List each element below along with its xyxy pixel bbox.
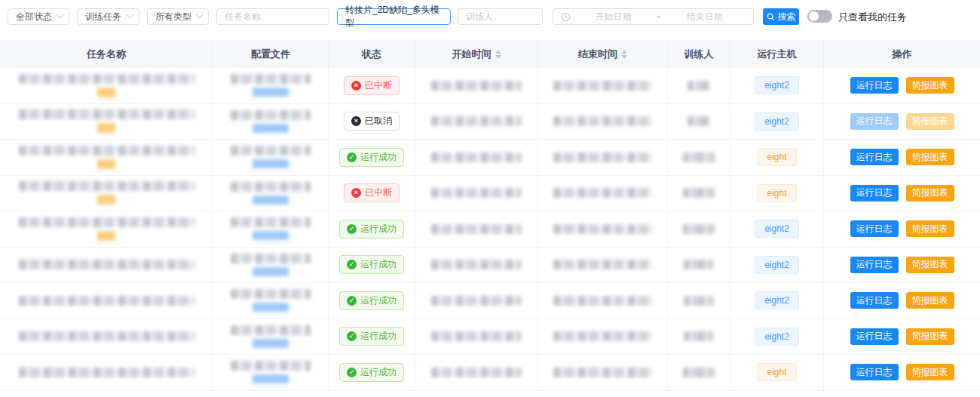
status-cell: × 已取消 (329, 104, 415, 140)
actions-cell: 运行日志 简报图表 (824, 211, 980, 247)
run-log-button[interactable]: 运行日志 (850, 77, 899, 94)
column-header-task-name: 任务名称 (0, 40, 213, 68)
sort-icon[interactable] (621, 50, 627, 59)
host-cell: eight2 (730, 248, 824, 283)
status-label: 运行成功 (360, 151, 397, 164)
config-file-cell (213, 248, 329, 283)
report-chart-button[interactable]: 简报图表 (906, 77, 954, 94)
run-log-button[interactable]: 运行日志 (850, 257, 899, 273)
chevron-down-icon (57, 11, 64, 18)
config-file-redacted (231, 325, 311, 335)
config-link-redacted[interactable] (253, 124, 289, 133)
run-log-button[interactable]: 运行日志 (850, 149, 899, 165)
column-header-host: 运行主机 (730, 40, 824, 68)
trainer-redacted (688, 116, 710, 126)
config-link-redacted[interactable] (253, 231, 289, 240)
config-link-redacted[interactable] (253, 195, 289, 205)
report-chart-button[interactable]: 简报图表 (906, 113, 954, 130)
run-log-button[interactable]: 运行日志 (850, 113, 899, 130)
search-button-label: 搜索 (778, 11, 796, 23)
column-header-start-time[interactable]: 开始时间 (415, 40, 538, 68)
table-row: ✓ 运行成功 eight2 运行日志 简报图表 (0, 319, 980, 355)
search-keyword-input[interactable]: 转接片_2D缺陷_多头模型 (337, 8, 451, 25)
task-name-redacted (19, 331, 194, 341)
status-cell: ✓ 运行成功 (329, 319, 415, 355)
search-button[interactable]: 搜索 (763, 8, 799, 25)
actions-cell: 运行日志 简报图表 (824, 104, 980, 140)
task-name-cell[interactable] (0, 140, 213, 175)
host-tag: eight (757, 363, 796, 381)
host-tag: eight (757, 148, 796, 166)
task-name-redacted (19, 368, 194, 377)
config-link-redacted[interactable] (253, 339, 289, 348)
status-badge: ✓ 运行成功 (339, 327, 404, 346)
report-chart-button[interactable]: 简报图表 (906, 149, 954, 165)
status-cell: ✓ 运行成功 (329, 140, 415, 175)
end-time-redacted (553, 296, 653, 306)
report-chart-button[interactable]: 简报图表 (906, 364, 954, 380)
trainer-input[interactable]: 训练人 (458, 8, 543, 25)
date-range-picker[interactable]: 开始日期 - 结束日期 (553, 8, 754, 25)
report-chart-button[interactable]: 简报图表 (906, 220, 954, 237)
task-name-cell[interactable] (0, 283, 213, 319)
actions-cell: 运行日志 简报图表 (824, 319, 980, 355)
end-time-redacted (553, 260, 653, 269)
partial-next-row (0, 391, 980, 397)
config-link-redacted[interactable] (253, 159, 289, 168)
actions-cell: 运行日志 简报图表 (824, 248, 980, 283)
run-log-button[interactable]: 运行日志 (850, 364, 899, 380)
host-cell: eight2 (730, 319, 824, 355)
status-filter-value: 全部状态 (16, 11, 52, 23)
task-name-cell[interactable] (0, 176, 213, 211)
config-file-redacted (231, 74, 311, 84)
end-time-cell (538, 211, 668, 247)
table-header: 任务名称 配置文件 状态 开始时间 结束时间 训练人 运行主机 操作 (0, 40, 980, 68)
host-tag: eight2 (755, 291, 799, 309)
category-select[interactable]: 所有类型 (147, 8, 209, 25)
report-chart-button[interactable]: 简报图表 (906, 257, 954, 273)
category-value: 所有类型 (155, 11, 191, 23)
task-name-redacted (19, 217, 194, 227)
config-link-redacted[interactable] (253, 267, 289, 276)
start-time-cell (415, 104, 538, 140)
trainer-cell (668, 355, 730, 390)
status-cell: ✓ 运行成功 (329, 248, 415, 283)
task-name-cell[interactable] (0, 104, 213, 140)
task-name-cell[interactable] (0, 68, 213, 103)
run-log-button[interactable]: 运行日志 (850, 185, 899, 202)
status-badge: × 已中断 (344, 183, 400, 202)
start-time-cell (415, 211, 538, 247)
status-icon: ✓ (347, 296, 357, 306)
my-tasks-toggle[interactable] (807, 10, 832, 23)
task-name-cell[interactable] (0, 248, 213, 283)
end-time-cell (538, 319, 668, 355)
run-log-button[interactable]: 运行日志 (850, 328, 899, 345)
column-header-end-time[interactable]: 结束时间 (538, 40, 668, 68)
run-log-button[interactable]: 运行日志 (850, 220, 899, 237)
chevron-down-icon (127, 11, 134, 18)
task-name-cell[interactable] (0, 355, 213, 390)
trainer-redacted (688, 81, 710, 91)
config-link-redacted[interactable] (253, 88, 289, 97)
start-time-cell (415, 140, 538, 175)
config-file-redacted (231, 254, 311, 263)
trainer-cell (668, 211, 730, 247)
task-name-input[interactable]: 任务名称 (216, 8, 329, 25)
column-header-actions: 操作 (824, 40, 980, 68)
status-cell: ✓ 运行成功 (329, 355, 415, 390)
end-time-cell (538, 104, 668, 140)
status-filter-select[interactable]: 全部状态 (8, 8, 69, 25)
start-time-cell (415, 248, 538, 283)
config-link-redacted[interactable] (253, 303, 289, 312)
run-log-button[interactable]: 运行日志 (850, 292, 899, 309)
task-name-cell[interactable] (0, 319, 213, 355)
config-file-cell (213, 319, 329, 355)
sort-icon[interactable] (495, 50, 501, 59)
report-chart-button[interactable]: 简报图表 (906, 185, 954, 202)
report-chart-button[interactable]: 简报图表 (906, 292, 954, 309)
status-icon: ✓ (347, 260, 357, 269)
task-type-select[interactable]: 训练任务 (77, 8, 139, 25)
config-link-redacted[interactable] (253, 374, 289, 383)
report-chart-button[interactable]: 简报图表 (906, 328, 954, 345)
task-name-cell[interactable] (0, 211, 213, 247)
